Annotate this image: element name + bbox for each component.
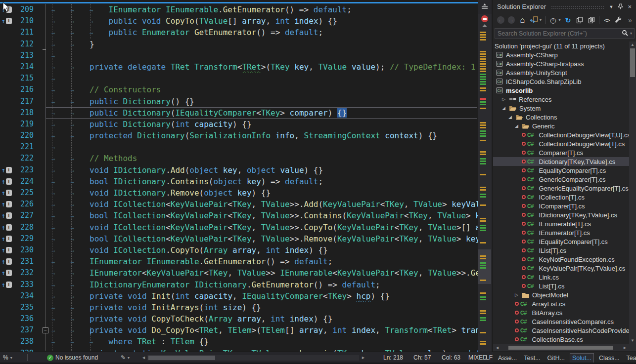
- panel-vertical-scrollbar[interactable]: ▲ ▼: [629, 41, 636, 344]
- line-number[interactable]: 210: [15, 15, 38, 27]
- tree-item[interactable]: C#IEnumerable[T].cs: [493, 219, 629, 228]
- scroll-right-arrow-icon[interactable]: ►: [623, 345, 627, 350]
- implements-indicator-icon[interactable]: ↑I: [0, 187, 15, 199]
- back-button[interactable]: ←: [497, 16, 504, 24]
- tree-item[interactable]: C#KeyNotFoundException.cs: [493, 255, 629, 264]
- line-number[interactable]: 236: [15, 313, 38, 324]
- forward-button[interactable]: →: [508, 16, 515, 24]
- line-number[interactable]: 226: [15, 199, 38, 210]
- zoom-level-dropdown[interactable]: % ▾: [3, 352, 12, 363]
- tree-item[interactable]: C#List[T].cs: [493, 282, 629, 290]
- expander-open-icon[interactable]: ◢: [508, 115, 515, 120]
- tree-item[interactable]: C#CaseInsensitiveComparer.cs: [493, 317, 629, 326]
- refresh-button[interactable]: ↻: [564, 16, 572, 24]
- code-line[interactable]: ↑I226→→void ICollection<KeyValuePair<TKe…: [0, 199, 478, 210]
- expander-open-icon[interactable]: ◢: [502, 106, 509, 111]
- scroll-up-arrow-icon[interactable]: ▲: [631, 42, 635, 47]
- line-number[interactable]: 219: [15, 119, 38, 130]
- line-number[interactable]: 223: [15, 164, 38, 176]
- line-number[interactable]: 233: [15, 279, 38, 290]
- tree-item[interactable]: C#Link.cs: [493, 273, 629, 282]
- solution-tree[interactable]: Solution 'project-gui' (11 of 11 project…: [493, 41, 629, 344]
- code-line[interactable]: 219→→public Dictionary(int capacity) {}: [0, 119, 478, 130]
- line-number[interactable]: 222: [15, 153, 38, 164]
- implements-indicator-icon[interactable]: ↑I: [0, 244, 15, 256]
- search-box[interactable]: ▾: [495, 28, 635, 39]
- tree-item[interactable]: C#GenericEqualityComparer[T].cs: [493, 184, 629, 193]
- code-line[interactable]: 216→→// Constructors: [0, 84, 478, 95]
- expander-closed-icon[interactable]: ▷: [502, 97, 509, 102]
- code-line[interactable]: 218→→public Dictionary(IEqualityComparer…: [0, 107, 478, 119]
- implements-indicator-icon[interactable]: ↑I: [0, 15, 15, 27]
- home-button[interactable]: ⌂: [518, 16, 526, 24]
- scrollbar-thumb[interactable]: [508, 346, 613, 350]
- implements-indicator-icon[interactable]: ↑I: [0, 256, 15, 267]
- tree-item[interactable]: ▷ObjectModel: [493, 290, 629, 299]
- copy-button[interactable]: [576, 16, 584, 24]
- line-number[interactable]: 220: [15, 130, 38, 141]
- tree-item[interactable]: C#IEqualityComparer[T].cs: [493, 237, 629, 246]
- panel-horizontal-scrollbar[interactable]: ◄ ►: [493, 344, 629, 351]
- copy-all-button[interactable]: [587, 16, 595, 24]
- scroll-left-arrow-icon[interactable]: ◄: [495, 345, 500, 350]
- window-position-icon[interactable]: ▼: [609, 4, 613, 9]
- tree-item[interactable]: C#CollectionDebuggerView[T].cs: [493, 139, 629, 148]
- toolbar-overflow-icon[interactable]: »: [626, 16, 634, 24]
- code-line[interactable]: ↑I232→→IEnumerator<KeyValuePair<TKey, TV…: [0, 267, 478, 279]
- panel-tab-tea[interactable]: Tea...: [625, 354, 636, 363]
- implements-indicator-icon[interactable]: ↑I: [0, 164, 15, 176]
- code-line[interactable]: 220→→protected Dictionary(SerializationI…: [0, 130, 478, 141]
- expander-closed-icon[interactable]: ▷: [515, 292, 522, 297]
- collapse-all-button[interactable]: [530, 16, 538, 24]
- line-number[interactable]: 229: [15, 233, 38, 244]
- tree-item[interactable]: ◢System: [493, 104, 629, 113]
- code-line[interactable]: ↑I223→→void IDictionary.Add(object key, …: [0, 164, 478, 176]
- line-number[interactable]: 212: [15, 39, 38, 50]
- line-number[interactable]: 217: [15, 96, 38, 107]
- chevron-down-icon[interactable]: ▾: [540, 18, 542, 22]
- collapse-region-button[interactable]: −: [43, 327, 48, 333]
- code-line[interactable]: ↑I233→→IDictionaryEnumerator IDictionary…: [0, 279, 478, 290]
- line-number[interactable]: 213: [15, 50, 38, 61]
- tree-item[interactable]: C#EqualityComparer[T].cs: [493, 166, 629, 175]
- line-number[interactable]: 235: [15, 302, 38, 313]
- line-number[interactable]: 216: [15, 84, 38, 95]
- code-line[interactable]: ↑I231→→IEnumerator IEnumerable.GetEnumer…: [0, 256, 478, 267]
- scroll-up-arrow-icon[interactable]: [482, 24, 487, 27]
- tree-item[interactable]: C#mscorlib: [493, 86, 629, 95]
- properties-wrench-button[interactable]: [614, 16, 622, 24]
- scroll-left-arrow-icon[interactable]: ◄: [141, 352, 146, 363]
- tree-item[interactable]: C#GenericComparer[T].cs: [493, 175, 629, 184]
- tree-item[interactable]: ◢Collections: [493, 113, 629, 121]
- tree-item[interactable]: C#Assembly-CSharp: [493, 50, 629, 59]
- view-code-button[interactable]: <>: [603, 16, 611, 24]
- scroll-right-arrow-icon[interactable]: ►: [361, 352, 365, 363]
- code-line[interactable]: ↑I228→→void ICollection<KeyValuePair<TKe…: [0, 222, 478, 233]
- code-line[interactable]: 212→→}: [0, 39, 478, 50]
- code-line[interactable]: 234→→private void Init(int capacity, IEq…: [0, 290, 478, 302]
- line-number[interactable]: 238: [15, 336, 38, 347]
- search-icon[interactable]: [622, 29, 628, 38]
- code-line[interactable]: ↑I224→→bool IDictionary.Contains(object …: [0, 176, 478, 187]
- code-line[interactable]: 238→→→where TRet : TElem {}: [0, 336, 478, 347]
- panel-tab-gith[interactable]: GitH...: [545, 354, 567, 363]
- panel-title-bar[interactable]: Solution Explorer ▼ ×: [493, 0, 636, 13]
- code-editor[interactable]: ↑I209→→→IEnumerator IEnumerable.GetEnume…: [0, 0, 492, 352]
- tree-item[interactable]: C#CaseInsensitiveHashCodeProvider.cs: [493, 326, 629, 335]
- tree-item[interactable]: C#ICollection[T].cs: [493, 193, 629, 202]
- line-number[interactable]: 232: [15, 267, 38, 279]
- line-indicator[interactable]: Ln: 218: [383, 352, 403, 363]
- column-indicator[interactable]: Col: 63: [442, 352, 460, 363]
- pending-changes-filter-button[interactable]: ◷: [549, 16, 557, 24]
- scroll-down-arrow-icon[interactable]: ▼: [631, 338, 635, 343]
- code-lines-container[interactable]: ↑I209→→→IEnumerator IEnumerable.GetEnume…: [0, 4, 478, 352]
- panel-tab-class[interactable]: Class...: [597, 354, 622, 363]
- tree-item[interactable]: C#IComparer[T].cs: [493, 202, 629, 210]
- code-line[interactable]: ↑I229→→bool ICollection<KeyValuePair<TKe…: [0, 233, 478, 244]
- split-editor-handle[interactable]: [478, 0, 492, 14]
- line-number[interactable]: 214: [15, 61, 38, 73]
- line-number[interactable]: 227: [15, 210, 38, 221]
- issues-status[interactable]: ✓ No issues found: [47, 352, 98, 363]
- implements-indicator-icon[interactable]: ↑I: [0, 267, 15, 279]
- code-line[interactable]: 221→: [0, 141, 478, 153]
